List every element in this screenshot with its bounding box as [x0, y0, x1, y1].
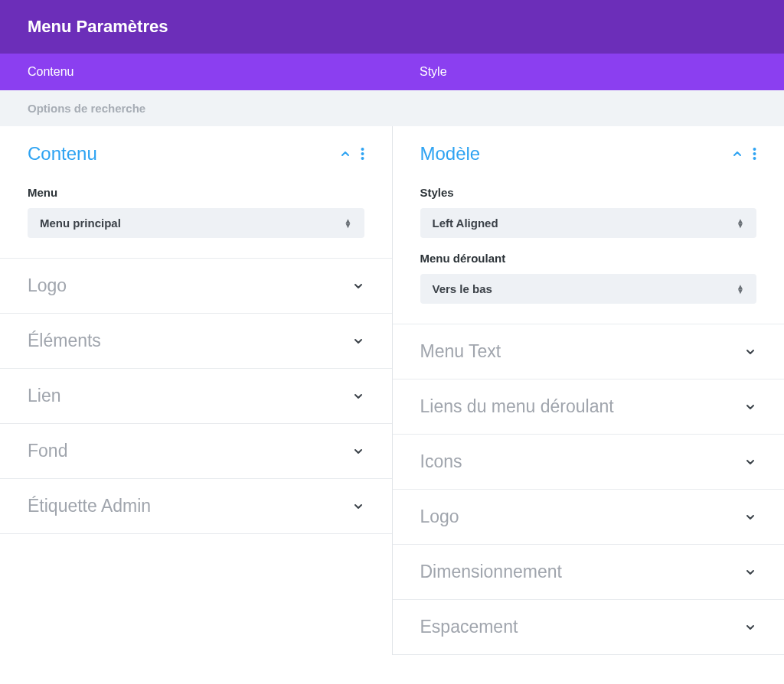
panel-header-menu-text[interactable]: Menu Text — [393, 324, 785, 379]
tab-label: Contenu — [28, 65, 74, 78]
panel-title: Logo — [28, 275, 352, 296]
select-value: Menu principal — [40, 217, 121, 230]
chevron-down-icon — [744, 511, 756, 523]
svg-point-5 — [753, 157, 756, 160]
panel-espacement: Espacement — [393, 600, 785, 655]
column-left: Contenu Menu Menu principal ▲▼ — [0, 126, 393, 655]
panel-header-modele[interactable]: Modèle — [393, 126, 785, 181]
panel-title: Menu Text — [420, 341, 745, 362]
chevron-down-icon — [352, 280, 364, 292]
panel-header-fond[interactable]: Fond — [0, 424, 392, 478]
field-label-menu: Menu — [28, 186, 364, 199]
panel-logo-right: Logo — [393, 490, 785, 545]
panel-title: Liens du menu déroulant — [420, 396, 745, 417]
panel-title: Fond — [28, 441, 352, 461]
chevron-down-icon — [744, 566, 756, 578]
svg-point-1 — [361, 152, 364, 155]
column-right: Modèle Styles Left Aligned ▲▼ Menu dérou… — [393, 126, 785, 655]
svg-point-0 — [361, 148, 364, 151]
select-menu-deroulant[interactable]: Vers le bas ▲▼ — [420, 274, 757, 304]
field-label-styles: Styles — [420, 186, 757, 199]
panel-contenu: Contenu Menu Menu principal ▲▼ — [0, 126, 392, 259]
panel-title: Éléments — [28, 331, 352, 351]
top-tabs: Contenu Style — [0, 54, 784, 90]
panel-title: Logo — [420, 506, 745, 527]
panel-body-modele: Styles Left Aligned ▲▼ Menu déroulant Ve… — [393, 186, 785, 324]
panel-header-contenu[interactable]: Contenu — [0, 126, 392, 181]
panel-header-liens-deroulant[interactable]: Liens du menu déroulant — [393, 379, 785, 434]
tab-label: Style — [420, 65, 447, 78]
panel-fond: Fond — [0, 424, 392, 479]
panel-header-espacement[interactable]: Espacement — [393, 600, 785, 654]
updown-icon: ▲▼ — [737, 285, 744, 294]
select-value: Left Aligned — [433, 217, 498, 230]
panel-header-logo-right[interactable]: Logo — [393, 490, 785, 544]
updown-icon: ▲▼ — [737, 219, 744, 228]
panel-title: Espacement — [420, 617, 745, 637]
panel-lien: Lien — [0, 369, 392, 424]
panel-liens-deroulant: Liens du menu déroulant — [393, 379, 785, 435]
chevron-down-icon — [744, 346, 756, 358]
more-icon[interactable] — [361, 148, 364, 160]
window-title-text: Menu Paramètres — [28, 17, 168, 36]
panel-header-dimensionnement[interactable]: Dimensionnement — [393, 545, 785, 599]
panel-title: Étiquette Admin — [28, 496, 352, 516]
svg-point-4 — [753, 152, 756, 155]
tab-contenu[interactable]: Contenu — [0, 54, 392, 90]
panel-header-lien[interactable]: Lien — [0, 369, 392, 423]
chevron-up-icon — [339, 148, 351, 160]
panel-title: Contenu — [28, 143, 339, 164]
svg-point-2 — [361, 157, 364, 160]
panel-etiquette-admin: Étiquette Admin — [0, 479, 392, 534]
panel-title: Icons — [420, 451, 745, 472]
chevron-down-icon — [352, 500, 364, 513]
panel-body-contenu: Menu Menu principal ▲▼ — [0, 186, 392, 258]
panel-logo: Logo — [0, 259, 392, 314]
panel-elements: Éléments — [0, 314, 392, 369]
chevron-down-icon — [352, 390, 364, 402]
panel-actions — [339, 148, 364, 160]
updown-icon: ▲▼ — [345, 219, 352, 228]
chevron-down-icon — [744, 401, 756, 413]
columns: Contenu Menu Menu principal ▲▼ — [0, 126, 784, 655]
field-label-menu-deroulant: Menu déroulant — [420, 252, 757, 265]
panel-title: Modèle — [420, 143, 732, 164]
panel-modele: Modèle Styles Left Aligned ▲▼ Menu dérou… — [393, 126, 785, 324]
panel-header-elements[interactable]: Éléments — [0, 314, 392, 368]
panel-dimensionnement: Dimensionnement — [393, 545, 785, 600]
chevron-down-icon — [352, 445, 364, 458]
svg-point-3 — [753, 148, 756, 151]
search-placeholder: Options de recherche — [28, 102, 145, 115]
panel-title: Dimensionnement — [420, 562, 745, 582]
chevron-down-icon — [352, 335, 364, 347]
window-title: Menu Paramètres — [0, 0, 784, 54]
panel-icons: Icons — [393, 435, 785, 490]
select-styles[interactable]: Left Aligned ▲▼ — [420, 208, 757, 238]
chevron-down-icon — [744, 456, 756, 468]
panel-header-icons[interactable]: Icons — [393, 435, 785, 489]
panel-header-logo[interactable]: Logo — [0, 259, 392, 313]
more-icon[interactable] — [753, 148, 756, 160]
select-menu[interactable]: Menu principal ▲▼ — [28, 208, 364, 238]
tab-style[interactable]: Style — [392, 54, 784, 90]
select-value: Vers le bas — [433, 282, 492, 295]
panel-title: Lien — [28, 386, 352, 406]
panel-header-etiquette-admin[interactable]: Étiquette Admin — [0, 479, 392, 533]
panel-actions — [731, 148, 756, 160]
search-bar[interactable]: Options de recherche — [0, 90, 784, 126]
chevron-down-icon — [744, 621, 756, 634]
panel-menu-text: Menu Text — [393, 324, 785, 379]
chevron-up-icon — [731, 148, 743, 160]
